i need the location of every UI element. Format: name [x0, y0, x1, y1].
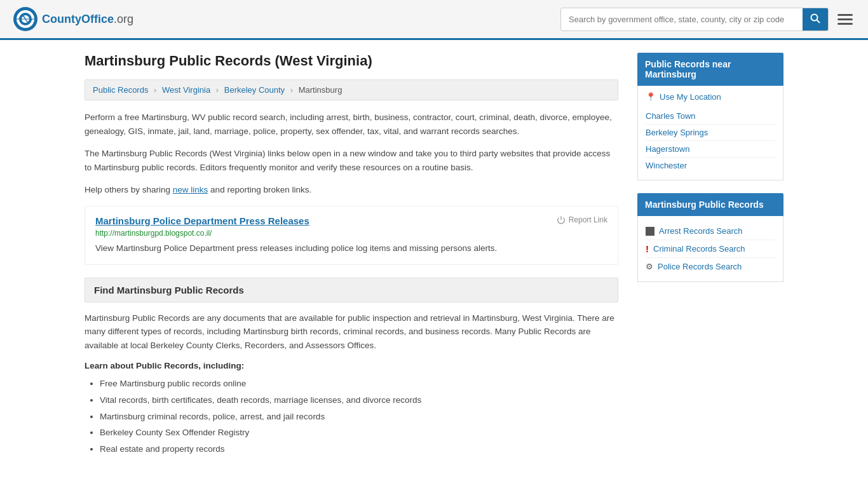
sidebar-records-list: Arrest Records Search ! Criminal Records…: [637, 216, 783, 282]
breadcrumb-berkeley-county[interactable]: Berkeley County: [224, 85, 285, 95]
search-bar: [560, 8, 829, 31]
site-header: CountyOffice.org: [0, 0, 868, 40]
main-content: Martinsburg Public Records (West Virgini…: [85, 53, 618, 458]
main-container: Martinsburg Public Records (West Virgini…: [72, 40, 796, 470]
menu-button[interactable]: [835, 11, 855, 27]
sidebar-nearby-section: Public Records near Martinsburg 📍 Use My…: [637, 53, 783, 180]
sidebar-nearby-title: Public Records near Martinsburg: [637, 53, 783, 86]
link-block: Martinsburg Police Department Press Rele…: [85, 206, 618, 265]
search-button[interactable]: [803, 8, 828, 30]
sidebar-record-police[interactable]: ⚙ Police Records Search: [646, 258, 775, 275]
hamburger-line: [837, 18, 853, 20]
find-section-heading: Find Martinsburg Public Records: [94, 285, 609, 295]
find-section-header: Find Martinsburg Public Records: [85, 278, 618, 302]
breadcrumb: Public Records › West Virginia › Berkele…: [85, 79, 618, 100]
svg-line-6: [817, 20, 820, 23]
logo-text: CountyOffice.org: [42, 13, 133, 26]
search-icon: [810, 13, 820, 24]
sidebar-link-hagerstown[interactable]: Hagerstown: [646, 141, 775, 158]
sidebar-link-charles-town[interactable]: Charles Town: [646, 108, 775, 125]
sidebar-record-criminal[interactable]: ! Criminal Records Search: [646, 240, 775, 258]
square-icon: [646, 227, 654, 236]
logo-icon: [13, 6, 38, 32]
intro-para3: Help others by sharing new links and rep…: [85, 183, 618, 197]
learn-heading: Learn about Public Records, including:: [85, 361, 618, 370]
intro-para2: The Martinsburg Public Records (West Vir…: [85, 147, 618, 174]
breadcrumb-public-records[interactable]: Public Records: [93, 85, 148, 95]
sidebar-nearby-body: 📍 Use My Location Charles Town Berkeley …: [637, 86, 783, 180]
find-section-para: Martinsburg Public Records are any docum…: [85, 311, 618, 353]
search-input[interactable]: [561, 10, 803, 29]
link-url[interactable]: http://martinsburgpd.blogspot.co.il/: [95, 229, 607, 238]
breadcrumb-current: Martinsburg: [299, 85, 342, 95]
list-item: Real estate and property records: [100, 441, 618, 458]
link-block-description: View Martinsburg Police Department press…: [95, 241, 607, 255]
sidebar-link-winchester[interactable]: Winchester: [646, 158, 775, 173]
sidebar: Public Records near Martinsburg 📍 Use My…: [637, 53, 783, 458]
svg-point-5: [811, 14, 818, 20]
link-block-title[interactable]: Martinsburg Police Department Press Rele…: [95, 215, 309, 226]
report-link-icon: [557, 215, 566, 224]
list-item: Martinsburg criminal records, police, ar…: [100, 409, 618, 425]
exclamation-icon: !: [646, 244, 649, 254]
breadcrumb-west-virginia[interactable]: West Virginia: [162, 85, 210, 95]
intro-para1: Perform a free Martinsburg, WV public re…: [85, 111, 618, 138]
sidebar-records-title: Martinsburg Public Records: [637, 193, 783, 216]
page-title: Martinsburg Public Records (West Virgini…: [85, 53, 618, 69]
logo[interactable]: CountyOffice.org: [13, 6, 133, 32]
hamburger-line: [837, 23, 853, 25]
list-item: Free Martinsburg public records online: [100, 376, 618, 392]
use-my-location[interactable]: 📍 Use My Location: [646, 92, 775, 102]
gear-icon: ⚙: [646, 262, 653, 271]
hamburger-line: [837, 14, 853, 16]
list-item: Berkeley County Sex Offender Registry: [100, 424, 618, 441]
sidebar-link-berkeley-springs[interactable]: Berkeley Springs: [646, 125, 775, 141]
link-block-header: Martinsburg Police Department Press Rele…: [95, 215, 607, 226]
location-pin-icon: 📍: [646, 92, 656, 102]
bullet-list: Free Martinsburg public records online V…: [85, 376, 618, 457]
list-item: Vital records, birth certificates, death…: [100, 392, 618, 409]
header-right: [560, 8, 855, 31]
report-link-button[interactable]: Report Link: [557, 215, 607, 224]
sidebar-record-arrest[interactable]: Arrest Records Search: [646, 222, 775, 240]
sidebar-records-section: Martinsburg Public Records Arrest Record…: [637, 193, 783, 282]
new-links-link[interactable]: new links: [173, 185, 208, 194]
